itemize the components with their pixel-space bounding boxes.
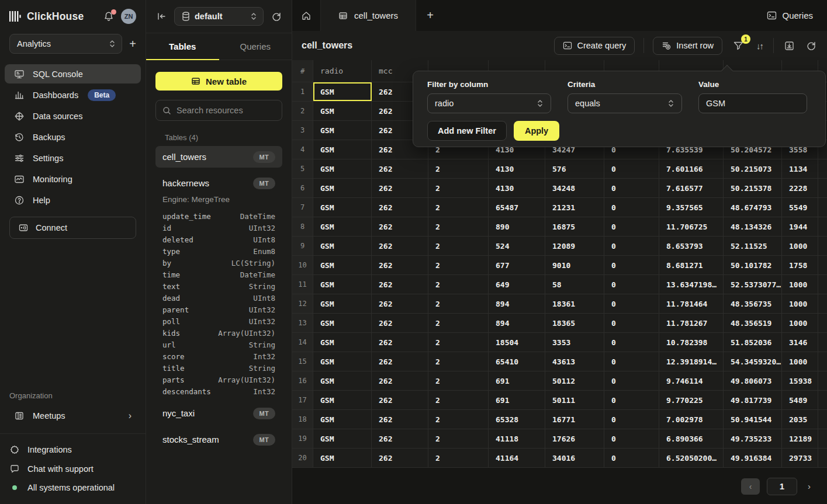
table-cell[interactable] xyxy=(818,333,827,352)
row-number[interactable]: 15 xyxy=(292,352,313,371)
home-button[interactable] xyxy=(292,0,320,31)
table-cell[interactable]: 262 xyxy=(372,371,428,390)
table-cell[interactable]: 0 xyxy=(604,410,659,429)
table-cell[interactable]: 2 xyxy=(428,237,489,255)
table-cell[interactable]: 7.002978 xyxy=(659,410,724,429)
row-number[interactable]: 10 xyxy=(292,256,313,274)
table-cell[interactable]: 9.770225 xyxy=(659,391,724,409)
table-cell[interactable]: 0 xyxy=(604,256,659,274)
tab-tables[interactable]: Tables xyxy=(146,33,219,60)
filter-button[interactable]: 1 xyxy=(731,39,746,53)
table-cell[interactable]: 43613 xyxy=(545,352,604,371)
sidebar-item-dashboards[interactable]: Dashboards Beta xyxy=(5,85,141,105)
table-cell[interactable]: 524 xyxy=(489,237,545,255)
table-cell[interactable]: 2 xyxy=(428,371,489,390)
table-item-hackernews[interactable]: hackernews MT xyxy=(155,172,282,194)
row-number[interactable]: 19 xyxy=(292,429,313,448)
table-cell[interactable]: 2 xyxy=(428,217,489,236)
row-number[interactable]: 16 xyxy=(292,371,313,390)
table-cell[interactable] xyxy=(818,237,827,255)
table-cell[interactable]: 4130 xyxy=(489,159,545,178)
filter-criteria-select[interactable]: equals xyxy=(568,93,682,113)
sidebar-item-settings[interactable]: Settings xyxy=(5,148,141,168)
table-cell[interactable]: 54.3459320… xyxy=(724,352,782,371)
table-cell[interactable]: 262 xyxy=(372,391,428,409)
table-cell[interactable]: 10.782398 xyxy=(659,333,724,352)
new-tab-button[interactable]: + xyxy=(416,0,444,31)
table-cell[interactable]: 49.806073 xyxy=(724,371,782,390)
table-cell[interactable] xyxy=(818,352,827,371)
table-cell[interactable]: 41164 xyxy=(489,449,545,467)
row-number[interactable]: 2 xyxy=(292,102,313,120)
table-cell[interactable]: GSM xyxy=(313,391,372,409)
table-cell[interactable]: 2 xyxy=(428,256,489,274)
table-cell[interactable]: 49.735233 xyxy=(724,429,782,448)
table-cell[interactable]: 41118 xyxy=(489,429,545,448)
add-new-filter-button[interactable]: Add new Filter xyxy=(427,121,507,141)
table-cell[interactable]: 3353 xyxy=(545,333,604,352)
table-cell[interactable]: 2 xyxy=(428,449,489,467)
table-cell[interactable]: 4130 xyxy=(489,179,545,197)
table-cell[interactable]: 262 xyxy=(372,294,428,313)
notifications-button[interactable] xyxy=(102,10,115,23)
table-cell[interactable]: 691 xyxy=(489,391,545,409)
table-cell[interactable]: 5489 xyxy=(782,391,818,409)
table-cell[interactable]: 16771 xyxy=(545,410,604,429)
table-cell[interactable]: GSM xyxy=(313,82,372,101)
table-cell[interactable]: 34016 xyxy=(545,449,604,467)
table-cell[interactable]: 262 xyxy=(372,333,428,352)
row-number[interactable]: 4 xyxy=(292,140,313,159)
table-cell[interactable]: 0 xyxy=(604,371,659,390)
table-cell[interactable]: 50.101782 xyxy=(724,256,782,274)
table-cell[interactable]: 18361 xyxy=(545,294,604,313)
workspace-select[interactable]: Analytics xyxy=(9,34,122,54)
filter-column-select[interactable]: radio xyxy=(427,93,551,113)
table-cell[interactable]: 576 xyxy=(545,159,604,178)
table-cell[interactable]: 48.356735 xyxy=(724,294,782,313)
table-cell[interactable] xyxy=(818,294,827,313)
table-cell[interactable]: 6.52050200… xyxy=(659,449,724,467)
row-number[interactable]: 17 xyxy=(292,391,313,409)
table-cell[interactable]: 262 xyxy=(372,179,428,197)
table-cell[interactable] xyxy=(818,275,827,294)
table-cell[interactable]: 11.781267 xyxy=(659,314,724,332)
sidebar-item-monitoring[interactable]: Monitoring xyxy=(5,169,141,189)
connect-button[interactable]: Connect xyxy=(9,217,136,239)
table-cell[interactable]: 50111 xyxy=(545,391,604,409)
table-cell[interactable]: 9.357565 xyxy=(659,198,724,217)
table-cell[interactable]: GSM xyxy=(313,314,372,332)
table-cell[interactable]: 50.941544 xyxy=(724,410,782,429)
queries-button[interactable]: Queries xyxy=(767,0,813,31)
table-cell[interactable]: 13.6347198… xyxy=(659,275,724,294)
table-cell[interactable]: 1758 xyxy=(782,256,818,274)
apply-filter-button[interactable]: Apply xyxy=(514,121,559,141)
download-button[interactable] xyxy=(783,39,796,53)
table-cell[interactable]: GSM xyxy=(313,179,372,197)
table-cell[interactable]: 7.601166 xyxy=(659,159,724,178)
sidebar-item-data-sources[interactable]: Data sources xyxy=(5,106,141,126)
table-cell[interactable]: 691 xyxy=(489,371,545,390)
table-cell[interactable]: 65328 xyxy=(489,410,545,429)
table-cell[interactable]: 894 xyxy=(489,294,545,313)
table-cell[interactable]: 2 xyxy=(428,410,489,429)
table-cell[interactable]: 0 xyxy=(604,179,659,197)
table-cell[interactable]: GSM xyxy=(313,410,372,429)
table-cell[interactable]: 1000 xyxy=(782,237,818,255)
table-cell[interactable]: 0 xyxy=(604,429,659,448)
table-cell[interactable]: 65487 xyxy=(489,198,545,217)
table-cell[interactable]: 2 xyxy=(428,391,489,409)
table-cell[interactable]: 262 xyxy=(372,275,428,294)
table-cell[interactable]: 649 xyxy=(489,275,545,294)
pagination-next-button[interactable]: › xyxy=(804,479,814,493)
table-cell[interactable]: 890 xyxy=(489,217,545,236)
table-cell[interactable] xyxy=(818,391,827,409)
table-cell[interactable]: 5549 xyxy=(782,198,818,217)
table-cell[interactable]: GSM xyxy=(313,333,372,352)
table-cell[interactable]: 48.356519 xyxy=(724,314,782,332)
table-cell[interactable]: 12189 xyxy=(782,429,818,448)
row-number[interactable]: 11 xyxy=(292,275,313,294)
row-number[interactable]: 18 xyxy=(292,410,313,429)
table-cell[interactable] xyxy=(818,256,827,274)
row-number[interactable]: 9 xyxy=(292,237,313,255)
table-cell[interactable]: 8.681271 xyxy=(659,256,724,274)
